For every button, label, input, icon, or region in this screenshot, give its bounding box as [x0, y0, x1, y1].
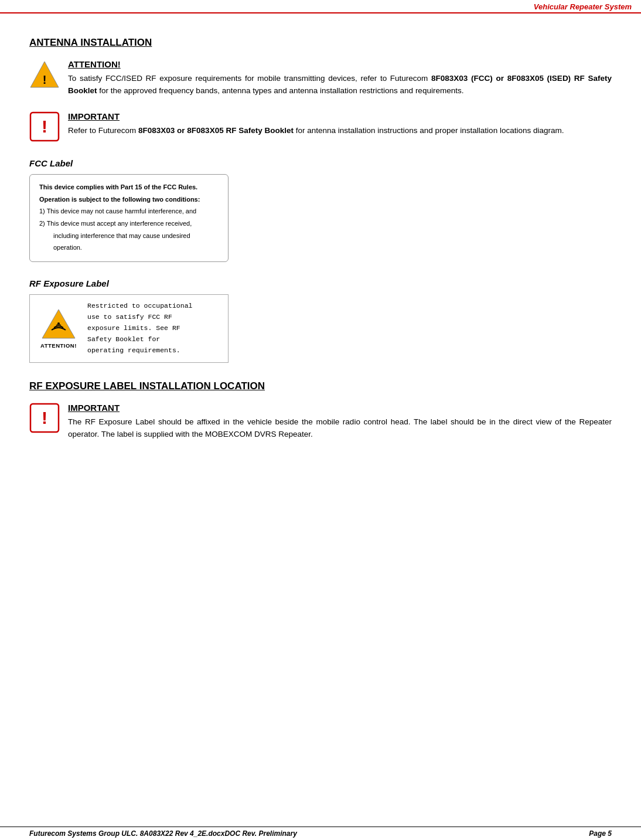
fcc-label-heading: FCC Label	[29, 158, 612, 168]
rf-important-text: The RF Exposure Label should be affixed …	[68, 416, 612, 441]
rf-exposure-label-heading: RF Exposure Label	[29, 278, 612, 288]
attention-notice: ! ATTENTION! To satisfy FCC/ISED RF expo…	[29, 59, 612, 97]
rf-exposure-important-notice: ! IMPORTANT The RF Exposure Label should…	[29, 403, 612, 441]
rf-exposure-location-heading: RF EXPOSURE LABEL INSTALLATION LOCATION	[29, 380, 612, 392]
footer-bar: Futurecom Systems Group ULC. 8A083X22 Re…	[0, 827, 641, 840]
svg-text:!: !	[42, 117, 47, 136]
attention-text-before: To satisfy FCC/ISED RF exposure requirem…	[68, 74, 431, 83]
important-icon: !	[29, 111, 60, 142]
attention-warning-icon: !	[29, 59, 60, 90]
antenna-installation-heading: ANTENNA INSTALLATION	[29, 37, 612, 49]
important-text: Refer to Futurecom 8F083X03 or 8F083X05 …	[68, 125, 612, 137]
rf-label-text-content: Restricted to occupational use to satisf…	[87, 301, 192, 356]
attention-label: ATTENTION!	[68, 59, 612, 69]
important-text-bold: 8F083X03 or 8F083X05 RF Safety Booklet	[138, 126, 294, 135]
rf-label-icon-container: ATTENTION!	[38, 308, 79, 349]
svg-point-5	[57, 322, 60, 325]
important-notice: ! IMPORTANT Refer to Futurecom 8F083X03 …	[29, 111, 612, 142]
important-text-after: for antenna installation instructions an…	[294, 126, 564, 135]
important-content: IMPORTANT Refer to Futurecom 8F083X03 or…	[68, 111, 612, 137]
attention-content: ATTENTION! To satisfy FCC/ISED RF exposu…	[68, 59, 612, 97]
rf-important-label: IMPORTANT	[68, 403, 612, 413]
footer-right: Page 5	[589, 829, 612, 838]
fcc-line-1: This device complies with Part 15 of the…	[39, 182, 219, 193]
rf-attention-triangle-icon	[41, 308, 76, 340]
attention-text-after: for the approved frequency bands, antenn…	[97, 86, 464, 95]
important-label: IMPORTANT	[68, 111, 612, 121]
fcc-label-box: This device complies with Part 15 of the…	[29, 174, 229, 262]
svg-text:!: !	[43, 73, 47, 86]
fcc-line-4: 2) This device must accept any interfere…	[39, 218, 219, 229]
rf-exposure-important-content: IMPORTANT The RF Exposure Label should b…	[68, 403, 612, 441]
svg-text:!: !	[42, 408, 47, 427]
rf-attention-text: ATTENTION!	[40, 342, 77, 349]
fcc-line-6: operation.	[39, 242, 219, 253]
footer-left: Futurecom Systems Group ULC. 8A083X22 Re…	[29, 829, 297, 838]
header-bar: Vehicular Repeater System	[0, 0, 641, 13]
fcc-line-3: 1) This device may not cause harmful int…	[39, 206, 219, 217]
important-text-before: Refer to Futurecom	[68, 126, 138, 135]
fcc-line-2: Operation is subject to the following tw…	[39, 194, 219, 205]
attention-text: To satisfy FCC/ISED RF exposure requirem…	[68, 73, 612, 97]
rf-exposure-label-box: ATTENTION! Restricted to occupational us…	[29, 294, 229, 363]
fcc-line-5: including interference that may cause un…	[39, 230, 219, 242]
rf-important-icon: !	[29, 403, 60, 433]
header-title: Vehicular Repeater System	[534, 2, 632, 11]
main-content: ANTENNA INSTALLATION ! ATTENTION! To sat…	[0, 13, 641, 487]
